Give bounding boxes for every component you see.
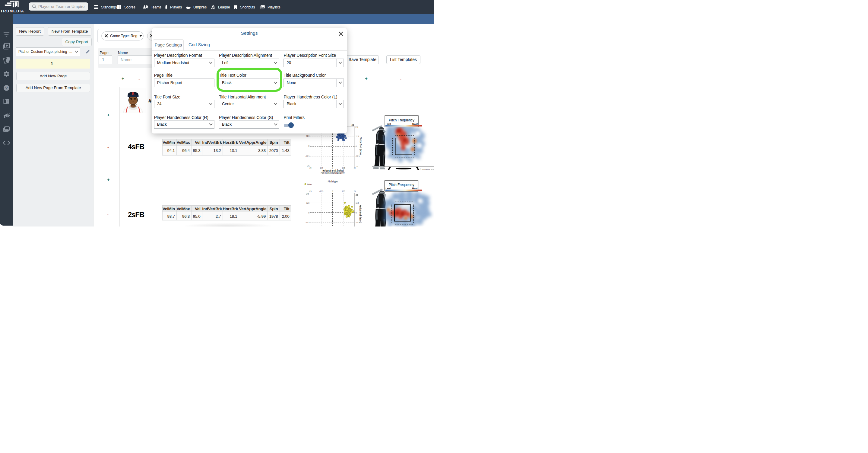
svg-text:12.5: 12.5 [355,135,359,138]
svg-text:25: 25 [306,192,309,195]
svg-text:Pitch Frequency: Pitch Frequency [389,182,414,187]
svg-text:25: 25 [355,126,358,129]
svg-text:0: 0 [309,145,310,147]
svg-text:Vertical Break (inches): Vertical Break (inches) [359,137,362,155]
svg-text:12.5: 12.5 [306,135,309,137]
svg-text:-12.5: -12.5 [319,190,323,193]
svg-text:0: 0 [355,211,357,214]
svg-text:Sinker: Sinker [307,183,312,186]
svg-text:-12.5: -12.5 [306,221,309,224]
svg-text:-25: -25 [355,165,358,168]
svg-text:PitchType: PitchType [328,180,338,183]
svg-text:12.5: 12.5 [342,190,345,193]
svg-text:Vertical Break (inches): Vertical Break (inches) [359,205,362,223]
svg-text:0: 0 [332,190,333,193]
svg-text:-12.5: -12.5 [355,155,360,158]
svg-text:25: 25 [355,194,358,196]
svg-text:25: 25 [354,190,355,193]
svg-text:Most: Most [412,187,418,190]
svg-text:-25: -25 [309,166,312,169]
svg-text:25: 25 [354,166,355,169]
svg-text:Least: Least [386,187,391,190]
svg-text:12.5: 12.5 [355,201,359,204]
svg-text:Least: Least [386,123,391,125]
svg-text:© TRUMEDIA 2024: © TRUMEDIA 2024 [420,168,434,171]
svg-text:-25: -25 [309,190,312,193]
svg-text:B: B [132,91,134,96]
svg-text:-12.5: -12.5 [306,155,309,158]
svg-text:?: ? [5,86,8,90]
svg-text:12.5: 12.5 [306,201,309,204]
svg-text:0: 0 [355,145,357,148]
svg-text:Pitch movement from pitcher's: Pitch movement from pitcher's POV [321,172,345,174]
svg-text:Pitch Frequency: Pitch Frequency [389,118,414,122]
svg-text:0: 0 [309,211,310,214]
svg-text:Most: Most [412,123,418,125]
svg-text:25: 25 [352,123,354,126]
